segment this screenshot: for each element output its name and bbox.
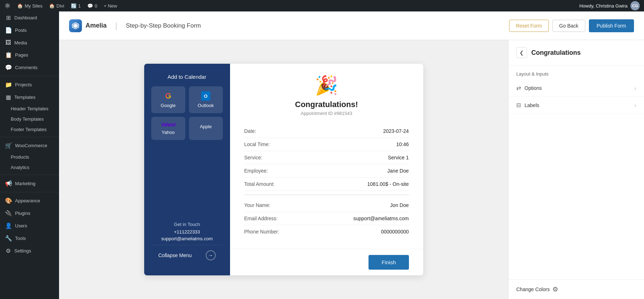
outlook-icon: O — [201, 91, 210, 101]
options-label: Options — [525, 85, 542, 91]
my-sites-link[interactable]: 🏠 My Sites — [17, 3, 43, 9]
users-label: Users — [15, 223, 27, 228]
sidebar-item-analytics[interactable]: Analytics — [0, 162, 59, 173]
apple-label: Apple — [200, 124, 211, 129]
tools-icon: 🔧 — [5, 235, 12, 242]
updates-count: 1 — [78, 3, 81, 9]
sidebar-item-marketing[interactable]: 📢 Marketing — [0, 177, 59, 190]
amelia-logo-icon — [69, 19, 82, 32]
new-link[interactable]: + New — [104, 3, 117, 9]
outlook-label: Outlook — [198, 103, 214, 108]
site-name-link[interactable]: 🏠 Divi — [49, 3, 64, 9]
sidebar-item-projects[interactable]: 📁 Projects — [0, 78, 59, 91]
total-amount-label: Total Amount: — [244, 181, 275, 187]
yahoo-icon: Yahoo! — [161, 122, 176, 127]
options-chevron: › — [634, 85, 636, 91]
user-greeting: Howdy, Christina Gwira — [579, 3, 628, 9]
sidebar-item-templates[interactable]: ▦ Templates — [0, 91, 59, 103]
phone-number-value: 0000000000 — [381, 229, 409, 235]
service-label: Service: — [244, 155, 263, 160]
plugins-icon: 🔌 — [5, 210, 12, 217]
settings-panel: ❮ Congratulations Layout & Inputs ⇄ Opti… — [508, 40, 644, 299]
sidebar-item-pages[interactable]: 📋 Pages — [0, 49, 59, 61]
finish-button[interactable]: Finish — [369, 255, 409, 270]
comments-icon: 💬 — [87, 3, 93, 9]
options-icon: ⇄ — [516, 85, 521, 91]
email-address-row: Email Address: support@ameliatms.com — [244, 212, 409, 225]
sidebar-item-products[interactable]: Products — [0, 152, 59, 162]
analytics-label: Analytics — [11, 165, 29, 170]
new-label: + New — [104, 3, 117, 9]
sidebar-item-tools[interactable]: 🔧 Tools — [0, 232, 59, 245]
collapse-menu-bar[interactable]: Collapse Menu → — [151, 245, 223, 265]
admin-bar: ⚛ 🏠 My Sites 🏠 Divi 🔄 1 💬 0 + New Howdy,… — [0, 0, 644, 11]
labels-chevron: › — [634, 102, 636, 108]
back-button[interactable]: ❮ — [516, 47, 527, 58]
sidebar-item-settings[interactable]: ⚙ Settings — [0, 245, 59, 257]
sidebar-item-body-templates[interactable]: Body Templates — [0, 114, 59, 124]
comments-count: 0 — [95, 3, 97, 9]
divider-4 — [0, 192, 59, 192]
congratulations-title: Congratulations! — [244, 100, 409, 109]
yahoo-label: Yahoo — [162, 130, 175, 135]
labels-row-left: ⊟ Labels — [516, 102, 539, 108]
sidebar-item-dashboard[interactable]: ⊞ Dashboard — [0, 11, 59, 24]
wp-icon: ⚛ — [4, 1, 11, 10]
reset-form-button[interactable]: Reset Form — [509, 20, 549, 32]
woocommerce-label: WooCommerce — [15, 143, 47, 148]
header-divider: | — [115, 21, 117, 30]
sidebar-item-appearance[interactable]: 🎨 Appearance — [0, 194, 59, 207]
updates-link[interactable]: 🔄 1 — [71, 3, 81, 9]
my-sites-label: My Sites — [25, 3, 43, 9]
sidebar-item-footer-templates[interactable]: Footer Templates — [0, 124, 59, 135]
local-time-row: Local Time: 10:46 — [244, 138, 409, 151]
header-title: Step-by-Step Booking Form — [126, 22, 201, 29]
comments-link[interactable]: 💬 0 — [87, 3, 97, 9]
google-calendar-button[interactable]: G Google — [151, 86, 185, 113]
employee-value: Jane Doe — [387, 168, 409, 174]
sidebar-item-posts[interactable]: 📄 Posts — [0, 24, 59, 37]
contact-email: support@ameliatms.com — [161, 236, 213, 241]
your-name-value: Jon Doe — [390, 202, 409, 208]
projects-icon: 📁 — [5, 81, 12, 88]
go-back-button[interactable]: Go Back — [552, 20, 585, 32]
publish-form-button[interactable]: Publish Form — [589, 19, 634, 32]
sidebar-item-users[interactable]: 👤 Users — [0, 220, 59, 232]
marketing-icon: 📢 — [5, 180, 12, 187]
sidebar-item-header-templates[interactable]: Header Templates — [0, 103, 59, 114]
phone-number-label: Phone Number: — [244, 229, 279, 235]
sidebar-item-woocommerce[interactable]: 🛒 WooCommerce — [0, 139, 59, 152]
outlook-calendar-button[interactable]: O Outlook — [189, 86, 223, 113]
divider-3 — [0, 175, 59, 175]
site-icon: 🏠 — [49, 3, 55, 9]
date-value: 2023-07-24 — [383, 128, 409, 134]
sidebar-item-media[interactable]: 🖼 Media — [0, 37, 59, 49]
employee-label: Employee: — [244, 168, 268, 174]
total-amount-value: 1081.00$ - On-site — [367, 181, 409, 187]
settings-header: ❮ Congratulations — [508, 40, 644, 66]
media-icon: 🖼 — [5, 39, 11, 46]
yahoo-calendar-button[interactable]: Yahoo! Yahoo — [151, 117, 185, 140]
posts-icon: 📄 — [5, 27, 12, 34]
body-templates-label: Body Templates — [11, 116, 44, 122]
change-colors-footer[interactable]: Change Colors ⚙ — [508, 279, 644, 299]
gear-icon: ⚙ — [552, 285, 558, 293]
options-row[interactable]: ⇄ Options › — [508, 79, 644, 97]
comments-nav-label: Comments — [15, 65, 38, 70]
settings-section-title: Layout & Inputs — [508, 66, 644, 79]
calendar-buttons: G Google O Outlook Yahoo! Yahoo — [151, 86, 223, 140]
date-label: Date: — [244, 128, 256, 134]
your-name-label: Your Name: — [244, 202, 270, 208]
home-icon: 🏠 — [17, 3, 23, 9]
apple-calendar-button[interactable]: Apple — [189, 117, 223, 140]
templates-icon: ▦ — [5, 94, 11, 101]
sidebar-item-plugins[interactable]: 🔌 Plugins — [0, 207, 59, 220]
avatar: CG — [630, 1, 640, 10]
comments-icon2: 💬 — [5, 64, 12, 71]
sidebar-item-comments[interactable]: 💬 Comments — [0, 61, 59, 74]
labels-row[interactable]: ⊟ Labels › — [508, 97, 644, 114]
phone-number: +111222333 — [161, 229, 213, 235]
users-icon: 👤 — [5, 222, 12, 229]
form-left-panel: Add to Calendar G Google O Outlook Yahoo… — [144, 64, 230, 275]
updates-icon: 🔄 — [71, 3, 77, 9]
